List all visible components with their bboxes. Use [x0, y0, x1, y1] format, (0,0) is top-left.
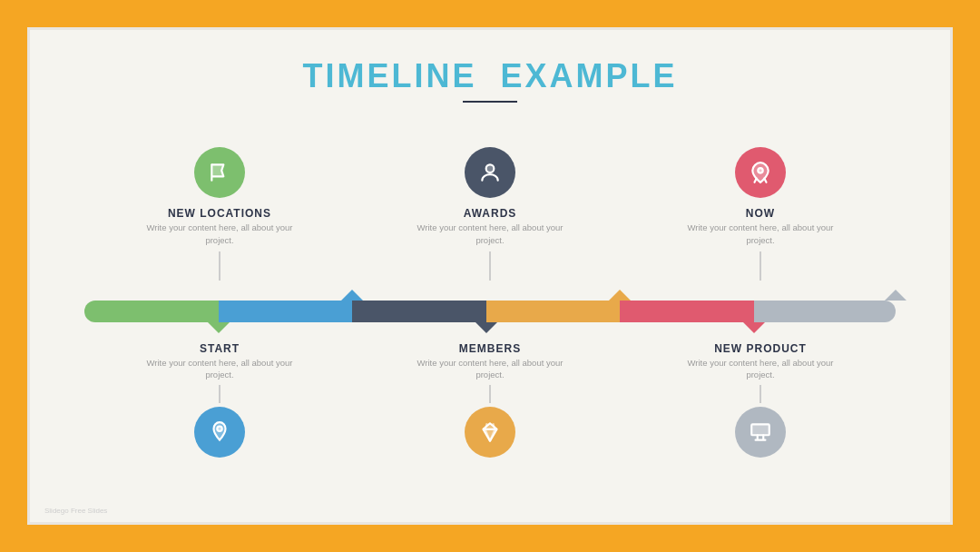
desc-members: Write your content here, all about your … [413, 357, 567, 381]
billboard-icon [749, 420, 772, 444]
label-now: NOW [746, 207, 775, 220]
title-part2: EXAMPLE [500, 57, 677, 94]
desc-new-locations: Write your content here, all about your … [142, 222, 297, 246]
item-members: MEMBERS Write your content here, all abo… [413, 342, 567, 463]
seg-blue [219, 301, 353, 322]
watermark: Slidego Free Slides [44, 507, 107, 515]
connector-start [219, 385, 220, 403]
circle-members [465, 407, 515, 458]
connector-new-product [760, 385, 761, 403]
arrow-orange [609, 290, 631, 301]
rocket-icon [749, 161, 772, 184]
title-underline [463, 101, 517, 103]
label-awards: AWARDS [464, 207, 517, 220]
svg-point-2 [217, 426, 221, 430]
item-start: START Write your content here, all about… [142, 342, 297, 463]
seg-green [84, 301, 219, 322]
connector-new-locations [219, 251, 220, 281]
connector-now [760, 251, 761, 281]
label-start: START [200, 342, 240, 355]
seg-dark [352, 301, 486, 322]
arrow-blue [341, 290, 363, 301]
title-area: TIMELINE EXAMPLE [302, 57, 677, 103]
svg-rect-3 [751, 424, 769, 435]
flag-icon [208, 161, 231, 184]
item-new-product: NEW PRODUCT Write your content here, all… [683, 342, 838, 463]
arrow-pink [743, 322, 765, 333]
diamond-icon [478, 420, 502, 444]
svg-point-1 [758, 169, 762, 173]
item-new-locations: NEW LOCATIONS Write your content here, a… [142, 147, 297, 281]
circle-now [735, 147, 786, 198]
item-awards: AWARDS Write your content here, all abou… [413, 147, 567, 281]
desc-now: Write your content here, all about your … [683, 222, 838, 246]
location-icon [208, 420, 231, 444]
slide-title: TIMELINE EXAMPLE [302, 57, 677, 95]
title-part1: TIMELINE [302, 57, 476, 94]
connector-members [489, 385, 491, 403]
timeline-bar [84, 301, 896, 322]
arrow-dark [475, 322, 497, 333]
top-row: NEW LOCATIONS Write your content here, a… [66, 119, 914, 281]
circle-start [194, 407, 245, 458]
seg-gray [754, 301, 896, 322]
connector-awards [489, 251, 491, 281]
slide-container: TIMELINE EXAMPLE NEW LOCATIONS Write you… [27, 27, 953, 525]
desc-start: Write your content here, all about your … [142, 357, 297, 381]
item-now: NOW Write your content here, all about y… [683, 147, 838, 281]
person-icon [478, 161, 502, 184]
label-new-product: NEW PRODUCT [714, 342, 807, 355]
label-members: MEMBERS [459, 342, 521, 355]
seg-pink [620, 301, 754, 322]
desc-new-product: Write your content here, all about your … [683, 357, 838, 381]
svg-point-0 [486, 165, 495, 173]
seg-orange [486, 301, 621, 322]
circle-new-locations [194, 147, 245, 198]
circle-awards [465, 147, 515, 198]
arrow-green [208, 322, 230, 333]
arrow-gray [885, 290, 906, 301]
bottom-row: START Write your content here, all about… [66, 342, 914, 504]
desc-awards: Write your content here, all about your … [413, 222, 567, 246]
circle-new-product [735, 407, 786, 458]
label-new-locations: NEW LOCATIONS [168, 207, 271, 220]
timeline-area: NEW LOCATIONS Write your content here, a… [66, 119, 914, 504]
